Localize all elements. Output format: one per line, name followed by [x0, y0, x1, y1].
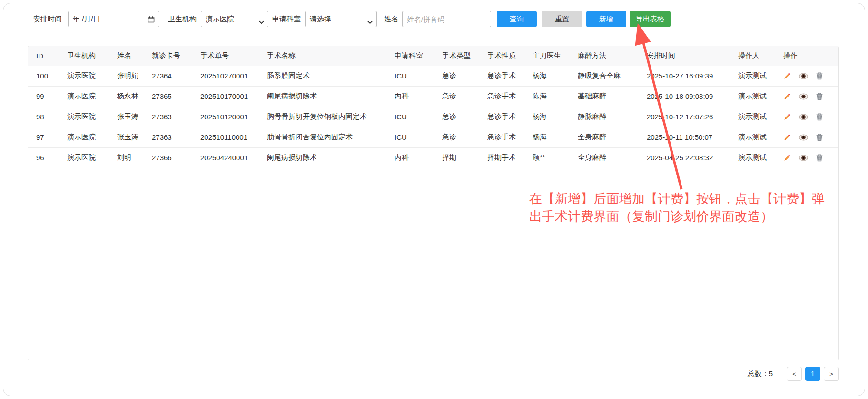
pencil-icon[interactable]: [783, 133, 791, 141]
col-org: 卫生机构: [67, 46, 117, 66]
search-button[interactable]: 查询: [497, 11, 537, 27]
cell-type: 择期: [442, 147, 487, 168]
date-placeholder-text: 年 /月/日: [73, 15, 100, 24]
schedule-date-input[interactable]: 年 /月/日: [68, 11, 159, 27]
calendar-icon[interactable]: [148, 16, 155, 23]
table-row: 96 演示医院 刘明 27366 202504240001 阑尾病损切除术 内科…: [28, 147, 838, 168]
trash-icon[interactable]: [816, 154, 823, 162]
cell-order: 202510110001: [200, 127, 267, 147]
pagination: 总数：5 < 1 >: [748, 366, 839, 381]
cell-anesthesia: 静脉麻醉: [578, 107, 647, 127]
cell-time: 2025-10-18 09:03:09: [647, 86, 738, 107]
cell-card: 27363: [152, 127, 200, 147]
org-select[interactable]: 演示医院: [201, 11, 268, 27]
cell-anesthesia: 全身麻醉: [578, 127, 647, 147]
reset-button[interactable]: 重置: [542, 11, 582, 27]
next-page-button[interactable]: >: [824, 367, 839, 381]
cell-order: 202510120001: [200, 107, 267, 127]
eye-icon[interactable]: [799, 93, 808, 100]
surgery-table: ID 卫生机构 姓名 就诊卡号 手术单号 手术名称 申请科室 手术类型 手术性质…: [28, 46, 838, 168]
col-surgery: 手术名称: [267, 46, 395, 66]
cell-surgery: 胸骨骨折切开复位钢板内固定术: [267, 107, 395, 127]
cell-dept: 内科: [395, 147, 442, 168]
cell-card: 27365: [152, 86, 200, 107]
cell-id: 97: [28, 127, 67, 147]
cell-dept: ICU: [395, 107, 442, 127]
cell-time: 2025-10-27 16:09:39: [647, 66, 738, 86]
eye-icon[interactable]: [799, 114, 808, 120]
cell-org: 演示医院: [67, 147, 117, 168]
pencil-icon[interactable]: [783, 113, 791, 121]
col-order: 手术单号: [200, 46, 267, 66]
col-card: 就诊卡号: [152, 46, 200, 66]
table-row: 97 演示医院 张玉涛 27363 202510110001 肋骨骨折闭合复位内…: [28, 127, 838, 147]
cell-name: 张玉涛: [117, 107, 152, 127]
cell-card: 27363: [152, 107, 200, 127]
col-type: 手术类型: [442, 46, 487, 66]
annotation-line-2: 出手术计费界面（复制门诊划价界面改造）: [529, 208, 865, 225]
schedule-time-label: 安排时间: [33, 15, 62, 24]
table-row: 100 演示医院 张明娟 27364 202510270001 肠系膜固定术 I…: [28, 66, 838, 86]
org-select-value: 演示医院: [206, 15, 234, 24]
chevron-down-icon: [367, 18, 373, 26]
cell-org: 演示医院: [67, 107, 117, 127]
page-1-button[interactable]: 1: [805, 367, 820, 381]
cell-actions: [783, 127, 838, 147]
cell-doctor: 杨海: [533, 66, 578, 86]
cell-org: 演示医院: [67, 66, 117, 86]
name-label: 姓名: [384, 15, 398, 24]
cell-order: 202510170001: [200, 86, 267, 107]
trash-icon[interactable]: [816, 133, 823, 141]
cell-time: 2025-04-25 22:08:32: [647, 147, 738, 168]
eye-icon[interactable]: [799, 73, 808, 79]
table-header-row: ID 卫生机构 姓名 就诊卡号 手术单号 手术名称 申请科室 手术类型 手术性质…: [28, 46, 838, 66]
col-name: 姓名: [117, 46, 152, 66]
cell-anesthesia: 静吸复合全麻: [578, 66, 647, 86]
dept-select[interactable]: 请选择: [305, 11, 377, 27]
add-button[interactable]: 新增: [586, 11, 626, 27]
cell-doctor: 杨海: [533, 127, 578, 147]
col-doctor: 主刀医生: [533, 46, 578, 66]
pencil-icon[interactable]: [783, 72, 791, 80]
cell-nature: 择期手术: [487, 147, 533, 168]
cell-operator: 演示测试: [738, 107, 783, 127]
col-dept: 申请科室: [395, 46, 442, 66]
trash-icon[interactable]: [816, 72, 823, 80]
cell-nature: 急诊手术: [487, 107, 533, 127]
table-row: 99 演示医院 杨永林 27365 202510170001 阑尾病损切除术 内…: [28, 86, 838, 107]
patient-name-input[interactable]: [402, 11, 491, 27]
annotation-line-1: 在【新增】后面增加【计费】按钮，点击【计费】弹: [529, 190, 865, 208]
cell-doctor: 顾**: [533, 147, 578, 168]
cell-operator: 演示测试: [738, 127, 783, 147]
eye-icon[interactable]: [799, 155, 808, 161]
cell-nature: 急诊手术: [487, 127, 533, 147]
col-operator: 操作人: [738, 46, 783, 66]
cell-dept: ICU: [395, 127, 442, 147]
total-count: 总数：5: [748, 370, 773, 379]
eye-icon[interactable]: [799, 134, 808, 141]
pencil-icon[interactable]: [783, 154, 791, 162]
cell-id: 98: [28, 107, 67, 127]
cell-card: 27364: [152, 66, 200, 86]
trash-icon[interactable]: [816, 92, 823, 100]
cell-org: 演示医院: [67, 127, 117, 147]
cell-operator: 演示测试: [738, 86, 783, 107]
cell-name: 张玉涛: [117, 127, 152, 147]
cell-order: 202510270001: [200, 66, 267, 86]
cell-org: 演示医院: [67, 86, 117, 107]
dept-select-value: 请选择: [310, 15, 331, 24]
cell-actions: [783, 147, 838, 168]
cell-dept: ICU: [395, 66, 442, 86]
trash-icon[interactable]: [816, 113, 823, 121]
cell-name: 杨永林: [117, 86, 152, 107]
cell-operator: 演示测试: [738, 147, 783, 168]
pencil-icon[interactable]: [783, 92, 791, 100]
cell-actions: [783, 107, 838, 127]
cell-name: 刘明: [117, 147, 152, 168]
export-button[interactable]: 导出表格: [630, 11, 671, 27]
total-value: 5: [769, 370, 773, 378]
cell-type: 急诊: [442, 107, 487, 127]
prev-page-button[interactable]: <: [787, 367, 802, 381]
cell-surgery: 肠系膜固定术: [267, 66, 395, 86]
total-label: 总数：: [748, 370, 769, 378]
